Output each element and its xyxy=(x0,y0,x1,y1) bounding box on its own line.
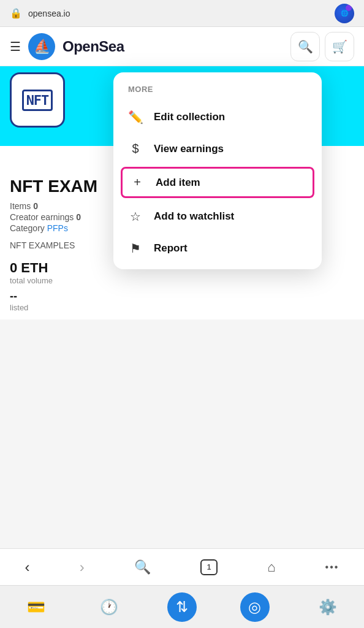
settings-icon: ⚙️ xyxy=(319,599,337,616)
listed-label: listed xyxy=(10,303,354,312)
cyan-banner xyxy=(0,66,364,72)
wallet-icon: 💳 xyxy=(27,599,45,616)
browser-url: opensea.io xyxy=(28,9,70,18)
cart-button[interactable]: 🛒 xyxy=(325,32,354,61)
compass-icon: ◎ xyxy=(248,599,261,616)
nft-logo-text: NFT xyxy=(22,90,53,111)
bottom-nav: ‹ › 🔍 1 ⌂ ••• xyxy=(0,548,364,585)
flag-icon: ⚑ xyxy=(128,241,143,256)
more-icon: ••• xyxy=(325,562,339,573)
header-actions: 🔍 🛒 xyxy=(290,32,354,61)
listed-section: -- listed xyxy=(0,288,364,320)
add-item-label: Add item xyxy=(156,177,200,189)
lock-icon: 🔒 xyxy=(10,7,22,19)
search-button[interactable]: 🔍 xyxy=(290,32,320,61)
collection-logo-wrapper: NFT xyxy=(10,72,65,128)
history-icon: 🕐 xyxy=(100,599,118,616)
add-item-item[interactable]: + Add item xyxy=(121,167,314,198)
star-icon: ☆ xyxy=(128,209,143,224)
volume-label: total volume xyxy=(10,276,354,285)
dropdown-header: MORE xyxy=(113,85,322,101)
more-dropdown: MORE ✏️ Edit collection $ View earnings … xyxy=(113,72,322,269)
brand-name: OpenSea xyxy=(63,38,124,55)
listed-value: -- xyxy=(10,290,354,303)
add-watchlist-item[interactable]: ☆ Add to watchlist xyxy=(113,201,322,232)
view-earnings-label: View earnings xyxy=(154,143,224,155)
tab-button[interactable]: 1 xyxy=(193,554,225,580)
edit-collection-item[interactable]: ✏️ Edit collection xyxy=(113,101,322,133)
forward-button[interactable]: › xyxy=(72,554,92,581)
home-icon: ⌂ xyxy=(267,559,275,575)
view-earnings-item[interactable]: $ View earnings xyxy=(113,133,322,164)
home-button[interactable]: ⌂ xyxy=(260,554,282,580)
collection-logo: NFT xyxy=(10,72,65,128)
back-button[interactable]: ‹ xyxy=(18,554,37,581)
history-button[interactable]: 🕐 xyxy=(94,592,124,622)
eth-globe: 🌐 xyxy=(335,4,354,23)
plus-icon: + xyxy=(130,175,145,190)
settings-button[interactable]: ⚙️ xyxy=(313,592,343,622)
compass-button[interactable]: ◎ xyxy=(240,592,270,622)
opensea-logo: ⛵ xyxy=(28,33,55,60)
nav-search-button[interactable]: 🔍 xyxy=(127,554,158,580)
swap-button[interactable]: ⇅ xyxy=(167,592,197,622)
dollar-icon: $ xyxy=(128,142,143,156)
add-watchlist-label: Add to watchlist xyxy=(154,210,234,223)
report-item[interactable]: ⚑ Report xyxy=(113,232,322,264)
back-icon: ‹ xyxy=(25,559,30,576)
hamburger-icon[interactable]: ☰ xyxy=(10,39,21,54)
edit-collection-label: Edit collection xyxy=(154,111,225,123)
swap-icon: ⇅ xyxy=(176,599,188,616)
app-header: ☰ ⛵ OpenSea 🔍 🛒 xyxy=(0,27,364,66)
nav-more-button[interactable]: ••• xyxy=(318,557,347,578)
system-bar: 💳 🕐 ⇅ ◎ ⚙️ xyxy=(0,585,364,628)
wallet-button[interactable]: 💳 xyxy=(21,592,51,622)
nav-search-icon: 🔍 xyxy=(134,559,151,575)
pencil-icon: ✏️ xyxy=(128,110,143,124)
tab-count: 1 xyxy=(200,559,218,575)
browser-bar: 🔒 opensea.io 🌐 xyxy=(0,0,364,27)
report-label: Report xyxy=(154,242,188,255)
forward-icon: › xyxy=(80,559,85,576)
